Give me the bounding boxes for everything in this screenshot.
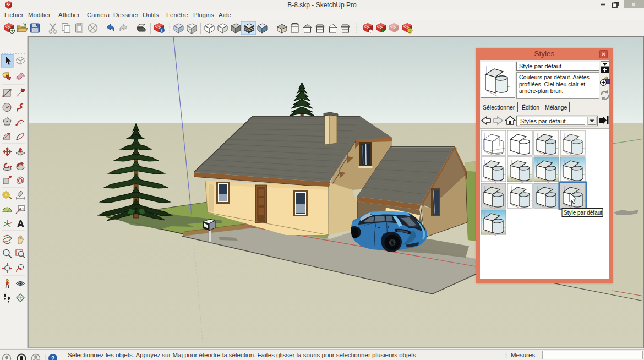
svg-text:!: !: [409, 29, 411, 34]
svg-text:Styles par défaut: Styles par défaut: [520, 118, 566, 124]
svg-text:Style par défaut: Style par défaut: [564, 210, 602, 216]
svg-text:?: ?: [51, 355, 55, 360]
svg-text:B-8.skp - SketchUp Pro: B-8.skp - SketchUp Pro: [287, 1, 357, 9]
svg-text:A1: A1: [19, 206, 24, 211]
